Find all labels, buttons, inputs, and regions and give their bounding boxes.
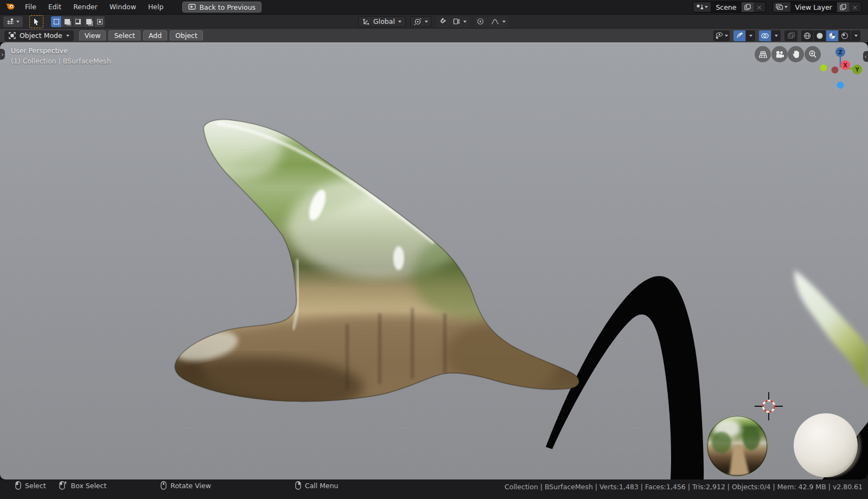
chrome-mesh-object[interactable]: [0, 104, 597, 417]
shading-material-button[interactable]: [826, 30, 838, 41]
gizmo-dropdown[interactable]: [746, 30, 755, 41]
camera-icon: [775, 50, 784, 59]
pivot-icon: [414, 18, 422, 25]
mirror-sphere-object[interactable]: [707, 415, 768, 476]
active-tool-icon: [7, 18, 15, 25]
select-invert-button[interactable]: [84, 16, 94, 27]
mouse-left-icon: [15, 481, 21, 490]
view-layer-icon: [776, 4, 783, 10]
hint-box-select: Box Select: [59, 481, 107, 490]
status-bar: Select Box Select Rotate View Call Menu …: [0, 479, 868, 499]
visibility-dropdown[interactable]: [713, 30, 730, 41]
pivot-point-dropdown[interactable]: [410, 16, 432, 27]
back-icon: [188, 3, 196, 11]
copy-icon: [840, 4, 846, 10]
hint-rotate-view: Rotate View: [161, 481, 211, 490]
menu-select[interactable]: Select: [108, 30, 141, 41]
select-extend-button[interactable]: [62, 16, 72, 27]
object-mode-icon: [9, 32, 16, 39]
menu-render[interactable]: Render: [67, 0, 104, 14]
proportional-circle-icon: [477, 18, 484, 25]
scene-render: [0, 42, 868, 479]
viewport-header: Object Mode View Select Add Object: [0, 28, 868, 42]
hint-select: Select: [15, 481, 46, 490]
snap-toggle-button[interactable]: [436, 16, 449, 27]
tool-settings-dropdown[interactable]: [3, 16, 23, 27]
eye-cursor-icon: [715, 32, 723, 39]
select-intersect-button[interactable]: [94, 16, 105, 27]
overlays-dropdown[interactable]: [771, 30, 781, 41]
mode-label: Object Mode: [20, 31, 62, 40]
view-layer-browse-button[interactable]: [773, 2, 790, 12]
overlays-icon: [761, 33, 769, 39]
xray-toggle[interactable]: [784, 30, 797, 41]
show-overlays-toggle[interactable]: [759, 30, 771, 41]
view-layer-selector: View Layer ×: [773, 2, 862, 12]
scene-browse-button[interactable]: [693, 2, 711, 12]
view-layer-name[interactable]: View Layer: [790, 2, 838, 12]
menu-window[interactable]: Window: [104, 0, 142, 14]
topbar: File Edit Render Window Help Back to Pre…: [0, 0, 868, 14]
menu-file[interactable]: File: [19, 0, 42, 14]
axis-neg-z-ball[interactable]: [837, 82, 844, 89]
orientation-axes-icon: [362, 18, 370, 25]
blender-logo-icon[interactable]: [0, 2, 19, 12]
perspective-grid-icon: [758, 50, 768, 59]
blurred-plant-stem: [795, 270, 868, 389]
scene-statistics: Collection | BSurfaceMesh | Verts:1,483 …: [505, 483, 863, 491]
menu-view[interactable]: View: [79, 30, 106, 41]
shading-mode-group: [801, 30, 860, 41]
solid-sphere-icon: [816, 32, 824, 40]
tool-settings-bar: Global: [0, 14, 868, 28]
view-layer-new-button[interactable]: [837, 2, 849, 12]
back-label: Back to Previous: [199, 3, 256, 11]
mode-dropdown[interactable]: Object Mode: [4, 30, 74, 41]
menu-object[interactable]: Object: [170, 30, 203, 41]
shading-rendered-button[interactable]: [839, 30, 851, 41]
axis-y-label: Y: [854, 67, 859, 73]
mouse-right-icon: [295, 481, 301, 490]
cursor-3d[interactable]: [755, 392, 783, 420]
viewport-3d[interactable]: User Perspective (1) Collection | BSurfa…: [0, 42, 868, 479]
axis-gizmo[interactable]: Z X Y: [814, 45, 867, 94]
menu-help[interactable]: Help: [142, 0, 170, 14]
mouse-middle-icon: [161, 481, 167, 490]
toolbar-expand-tab[interactable]: ›: [0, 49, 5, 60]
proportional-editing-button[interactable]: [474, 16, 487, 27]
shading-solid-button[interactable]: [814, 30, 826, 41]
scene-unlink-button[interactable]: ×: [754, 2, 765, 12]
view-camera-button[interactable]: [771, 46, 788, 62]
select-set-button[interactable]: [51, 16, 61, 27]
axis-z-label: Z: [838, 49, 842, 55]
back-to-previous-button[interactable]: Back to Previous: [182, 2, 261, 12]
menu-add[interactable]: Add: [143, 30, 167, 41]
hint-label: Select: [25, 482, 46, 490]
magnet-icon: [439, 18, 446, 25]
show-gizmo-toggle[interactable]: [733, 30, 745, 41]
white-sphere-object[interactable]: [794, 413, 861, 477]
scene-name[interactable]: Scene: [711, 2, 741, 12]
select-mode-group: [51, 16, 105, 27]
hint-label: Call Menu: [305, 482, 339, 490]
axis-x-label: X: [843, 62, 847, 68]
view-layer-remove-button[interactable]: ×: [849, 2, 861, 12]
copy-icon: [744, 4, 751, 10]
falloff-dropdown[interactable]: [488, 16, 509, 27]
hint-call-menu: Call Menu: [295, 481, 339, 490]
snap-increment-icon: [453, 18, 460, 25]
axis-neg-x-ball[interactable]: [832, 67, 839, 74]
material-sphere-icon: [828, 32, 836, 40]
shading-dropdown[interactable]: [851, 30, 860, 41]
tweak-tool-button[interactable]: [29, 15, 43, 28]
snap-target-dropdown[interactable]: [450, 16, 470, 27]
hint-label: Box Select: [71, 482, 107, 490]
select-subtract-button[interactable]: [73, 16, 83, 27]
transform-orientation-dropdown[interactable]: Global: [358, 16, 406, 27]
view-name-label: User Perspective: [11, 47, 68, 55]
axis-neg-y-ball[interactable]: [820, 65, 827, 72]
shading-wireframe-button[interactable]: [801, 30, 813, 41]
scene-new-button[interactable]: [742, 2, 754, 12]
view-perspective-button[interactable]: [755, 46, 771, 62]
menu-edit[interactable]: Edit: [42, 0, 67, 14]
view-pan-button[interactable]: [788, 46, 804, 62]
